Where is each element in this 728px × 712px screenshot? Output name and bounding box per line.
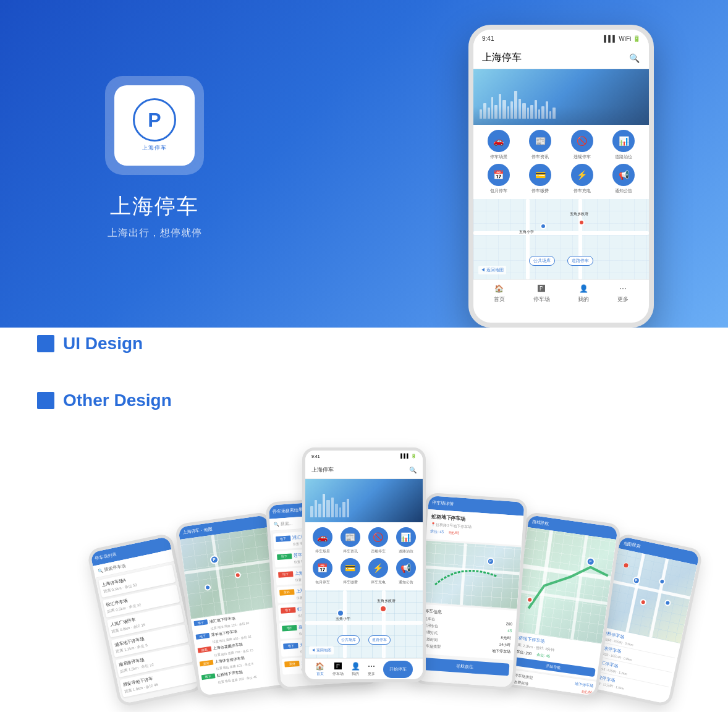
screen-2-map: P bbox=[180, 527, 280, 619]
phone-status-bar: 9:41 ▌▌▌ WiFi 🔋 bbox=[473, 30, 649, 47]
phone-hero-image bbox=[473, 69, 649, 125]
other-design-icon bbox=[37, 392, 54, 409]
parking-icon: 🚗 bbox=[488, 130, 510, 152]
parking-label: 停车场景 bbox=[490, 154, 507, 160]
bottom-tab-home: 🏠 首页 bbox=[494, 283, 505, 303]
phone-search-icon: 🔍 bbox=[628, 52, 640, 64]
main-icon-6: 💳 停车缴费 bbox=[338, 558, 362, 585]
hero-banner: P 上海停车 上海停车 上海出行，想停就停 9:41 ▌▌▌ WiFi 🔋 上海… bbox=[0, 0, 728, 328]
map-bottom-tabs: 公共场库 道路停车 bbox=[529, 256, 593, 266]
phone-icon-monthly: 📅 包月停车 bbox=[480, 164, 518, 194]
map-road-horizontal bbox=[473, 231, 649, 235]
charge-label: 停车充电 bbox=[574, 188, 591, 194]
hero-phone-mockup: 9:41 ▌▌▌ WiFi 🔋 上海停车 🔍 bbox=[468, 25, 654, 328]
ui-design-section: UI Design bbox=[0, 328, 728, 384]
parking-p-logo: P bbox=[133, 98, 176, 142]
main-map: 五角小学 五角乡政府 ◀ 返回地图 公共场库 道路停车 bbox=[305, 590, 423, 658]
main-hero-img bbox=[305, 479, 423, 522]
main-icon-2: 📰 停车资讯 bbox=[338, 527, 362, 554]
bottom-tab-parking: 🅿 停车场 bbox=[533, 283, 550, 303]
screen-5-content: 虹桥地下停车场 📍 虹桥路1号地下停车场 余位: 45 8元/时 P bbox=[415, 509, 523, 690]
phone-bottom-bar: 🏠 首页 🅿 停车场 👤 我的 ⋯ 更多 bbox=[473, 279, 649, 307]
info-label: 停车资讯 bbox=[531, 154, 549, 160]
phone-icon-notice: 📢 通知公告 bbox=[605, 164, 643, 194]
phone-nav-title: 上海停车 bbox=[482, 51, 522, 64]
screen-5-detail: 虹桥地下停车场 📍 虹桥路1号地下停车场 余位: 45 8元/时 bbox=[426, 509, 523, 546]
other-design-title: Other Design bbox=[63, 391, 172, 410]
main-tab-mine: 👤 我的 bbox=[351, 662, 360, 677]
map-background: 五角小学 五角乡政府 ◀ 返回地图 公共场库 道路停车 bbox=[473, 199, 649, 279]
screen-7-map: P bbox=[602, 548, 697, 643]
parking-tab-icon: 🅿 bbox=[536, 283, 547, 294]
road-label: 道路泊位 bbox=[615, 154, 632, 160]
map-label-gov: 五角乡政府 bbox=[570, 211, 588, 217]
notice-label: 通知公告 bbox=[615, 188, 632, 194]
mine-tab-label: 我的 bbox=[578, 295, 589, 303]
main-search-btn: 🔍 bbox=[409, 467, 417, 473]
gallery-phone-5: 停车场详情 虹桥地下停车场 📍 虹桥路1号地下停车场 余位: 45 8元/时 bbox=[413, 493, 528, 691]
main-nav-title: 上海停车 bbox=[311, 466, 334, 474]
info-icon: 📰 bbox=[529, 130, 551, 152]
mine-tab-icon: 👤 bbox=[578, 283, 589, 294]
phone-icon-grid: 🚗 停车场景 📰 停车资讯 🚫 违规停车 📊 道路泊位 📅 bbox=[473, 125, 649, 199]
main-icon-grid: 🚗 停车场景 📰 停车资讯 🚫 违规停车 📊 道路泊位 📅 包月停 bbox=[305, 522, 423, 590]
map-pin-2 bbox=[578, 219, 585, 226]
map-location-btn: ◀ 返回地图 bbox=[478, 266, 506, 274]
main-icon-5: 📅 包月停车 bbox=[310, 558, 334, 585]
main-tab-more: ⋯ 更多 bbox=[368, 662, 375, 677]
app-icon-inner: P 上海停车 bbox=[114, 85, 195, 166]
phone-icon-charge: ⚡ 停车充电 bbox=[563, 164, 601, 194]
map-pin-1 bbox=[540, 223, 546, 229]
main-status-bar: 9:41 ▌▌▌ 🔋 bbox=[305, 451, 423, 462]
violation-icon: 🚫 bbox=[571, 130, 593, 152]
status-time: 9:41 bbox=[482, 35, 494, 42]
pay-icon: 💳 bbox=[529, 164, 551, 186]
main-icon-7: ⚡ 停车充电 bbox=[366, 558, 390, 585]
route-line bbox=[421, 541, 522, 609]
screen-5-map: P bbox=[421, 541, 522, 609]
main-bottom-bar: 🏠 首页 🅿 停车场 👤 我的 ⋯ 更多 开始停车 bbox=[305, 658, 423, 679]
phone-icon-parking: 🚗 停车场景 bbox=[480, 130, 518, 160]
more-tab-label: 更多 bbox=[617, 295, 629, 303]
phone-gallery: 停车场列表 🔍 搜索停车场 上海停车场A 距离 0.3km · 余位 50 徐汇… bbox=[37, 429, 691, 695]
road-icon: 📊 bbox=[612, 130, 635, 152]
notice-icon: 📢 bbox=[612, 164, 635, 186]
charge-icon: ⚡ bbox=[571, 164, 593, 186]
gallery-phone-4-main: 9:41 ▌▌▌ 🔋 上海停车 🔍 bbox=[302, 447, 426, 682]
main-icon-8: 📢 通知公告 bbox=[394, 558, 418, 585]
main-navigate-btn: 开始停车 bbox=[383, 661, 413, 678]
hero-left-content: P 上海停车 上海停车 上海出行，想停就停 bbox=[49, 76, 260, 240]
other-design-header: Other Design bbox=[37, 391, 691, 410]
map-road-vertical-1 bbox=[526, 199, 530, 279]
main-nav: 上海停车 🔍 bbox=[305, 462, 423, 479]
monthly-label: 包月停车 bbox=[490, 188, 507, 194]
app-tagline: 上海出行，想停就停 bbox=[108, 227, 202, 240]
app-icon-wrapper: P 上海停车 bbox=[105, 76, 204, 175]
app-title: 上海停车 bbox=[110, 192, 199, 221]
main-tab-home: 🏠 首页 bbox=[315, 662, 324, 677]
route-svg-6 bbox=[513, 527, 616, 644]
screen-5-info: 停车信息 总车位 200 可用车位 45 计费方式 8元/时 开放时间 bbox=[418, 604, 517, 661]
ui-design-title: UI Design bbox=[63, 334, 143, 354]
bottom-tab-more: ⋯ 更多 bbox=[617, 283, 629, 303]
phone-map-area: 五角小学 五角乡政府 ◀ 返回地图 公共场库 道路停车 bbox=[473, 199, 649, 279]
bottom-tab-mine: 👤 我的 bbox=[578, 283, 589, 303]
more-tab-icon: ⋯ bbox=[617, 283, 629, 294]
main-tab-parking: 🅿 停车场 bbox=[332, 662, 344, 677]
home-tab-icon: 🏠 bbox=[494, 283, 505, 294]
monthly-icon: 📅 bbox=[488, 164, 510, 186]
pay-label: 停车缴费 bbox=[531, 188, 549, 194]
main-icon-3: 🚫 违规停车 bbox=[366, 527, 390, 554]
map-label-school: 五角小学 bbox=[519, 229, 534, 235]
phone-nav-bar: 上海停车 🔍 bbox=[473, 47, 649, 69]
phone-icon-pay: 💳 停车缴费 bbox=[522, 164, 560, 194]
phone-icon-road: 📊 道路泊位 bbox=[605, 130, 643, 160]
main-icon-1: 🚗 停车场景 bbox=[310, 527, 334, 554]
phone-icon-violation: 🚫 违规停车 bbox=[563, 130, 601, 160]
parking-tab-label: 停车场 bbox=[533, 295, 550, 303]
main-icon-4: 📊 道路泊位 bbox=[394, 527, 418, 554]
map-tab-public: 公共场库 bbox=[529, 256, 555, 266]
map-tab-road: 道路停车 bbox=[567, 256, 593, 266]
screen-6-map: P bbox=[513, 527, 616, 644]
app-icon-subtitle-text: 上海停车 bbox=[142, 144, 167, 152]
